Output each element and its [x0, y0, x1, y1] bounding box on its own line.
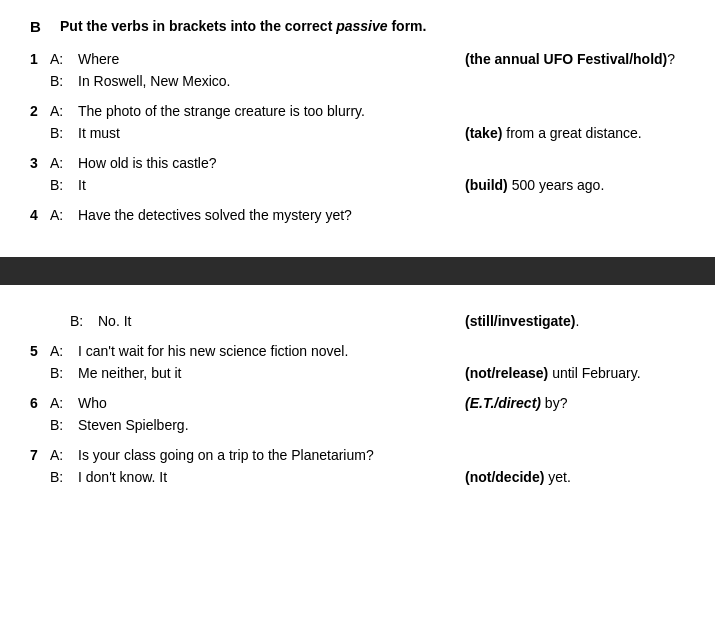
item-num-3: 3: [30, 155, 50, 171]
item-num-5: 5: [30, 343, 50, 359]
qa-right-5b: (not/release) until February.: [465, 365, 685, 381]
qa-row-5b: B: Me neither, but it (not/release) unti…: [30, 365, 685, 385]
qa-row-4a: 4 A: Have the detectives solved the myst…: [30, 207, 685, 227]
qa-text-2a: The photo of the strange creature is too…: [78, 103, 455, 119]
qa-row-2a: 2 A: The photo of the strange creature i…: [30, 103, 685, 123]
speaker-2b: B:: [50, 125, 78, 141]
instruction-keyword: passive: [336, 18, 387, 34]
speaker-2a: A:: [50, 103, 78, 119]
qa-text-1b: In Roswell, New Mexico.: [78, 73, 455, 89]
item-num-1: 1: [30, 51, 50, 67]
section-instruction: Put the verbs in brackets into the corre…: [60, 18, 426, 34]
qa-right-4b: (still/investigate).: [465, 313, 685, 329]
qa-text-7b: I don't know. It: [78, 469, 455, 485]
qa-block-4: 4 A: Have the detectives solved the myst…: [30, 207, 685, 227]
speaker-7a: A:: [50, 447, 78, 463]
qa-text-5b: Me neither, but it: [78, 365, 455, 381]
page-wrapper: B Put the verbs in brackets into the cor…: [0, 0, 715, 628]
speaker-7b: B:: [50, 469, 78, 485]
qa-text-5a: I can't wait for his new science fiction…: [78, 343, 455, 359]
bold-paren-5b: (not/release): [465, 365, 548, 381]
qa-row-3a: 3 A: How old is this castle?: [30, 155, 685, 175]
qa-text-4b: No. It: [98, 313, 455, 329]
italic-bold-6a: (E.T./direct): [465, 395, 541, 411]
section-header: B Put the verbs in brackets into the cor…: [30, 18, 685, 35]
item-num-2: 2: [30, 103, 50, 119]
divider-bar: [0, 257, 715, 285]
qa-row-6b: B: Steven Spielberg.: [30, 417, 685, 437]
qa-right-1a: (the annual UFO Festival/hold)?: [465, 51, 685, 67]
qa-row-7b: B: I don't know. It (not/decide) yet.: [30, 469, 685, 489]
speaker-3a: A:: [50, 155, 78, 171]
speaker-3b: B:: [50, 177, 78, 193]
qa-right-3b: (build) 500 years ago.: [465, 177, 685, 193]
qa-row-5a: 5 A: I can't wait for his new science fi…: [30, 343, 685, 363]
qa-right-2b: (take) from a great distance.: [465, 125, 685, 141]
qa-block-5: 5 A: I can't wait for his new science fi…: [30, 343, 685, 385]
speaker-4b: B:: [70, 313, 98, 329]
speaker-1a: A:: [50, 51, 78, 67]
bold-paren-4b: (still/investigate): [465, 313, 575, 329]
qa-block-4b: B: No. It (still/investigate).: [30, 313, 685, 333]
item-num-7: 7: [30, 447, 50, 463]
speaker-1b: B:: [50, 73, 78, 89]
instruction-suffix: form.: [388, 18, 427, 34]
qa-text-3b: It: [78, 177, 455, 193]
qa-text-6a: Who: [78, 395, 455, 411]
bold-paren-3b: (build): [465, 177, 508, 193]
qa-text-7a: Is your class going on a trip to the Pla…: [78, 447, 455, 463]
qa-right-6a: (E.T./direct) by?: [465, 395, 685, 411]
speaker-4a: A:: [50, 207, 78, 223]
qa-row-6a: 6 A: Who (E.T./direct) by?: [30, 395, 685, 415]
item-num-6: 6: [30, 395, 50, 411]
qa-row-7a: 7 A: Is your class going on a trip to th…: [30, 447, 685, 467]
qa-row-4b: B: No. It (still/investigate).: [30, 313, 685, 333]
qa-row-1b: B: In Roswell, New Mexico.: [30, 73, 685, 93]
qa-block-1: 1 A: Where (the annual UFO Festival/hold…: [30, 51, 685, 93]
qa-text-2b: It must: [78, 125, 455, 141]
item-num-4: 4: [30, 207, 50, 223]
bold-paren-2b: (take): [465, 125, 502, 141]
speaker-5a: A:: [50, 343, 78, 359]
top-section: B Put the verbs in brackets into the cor…: [0, 0, 715, 257]
bold-paren-7b: (not/decide): [465, 469, 544, 485]
bottom-section: B: No. It (still/investigate). 5 A: I ca…: [0, 285, 715, 628]
speaker-6a: A:: [50, 395, 78, 411]
qa-row-2b: B: It must (take) from a great distance.: [30, 125, 685, 145]
qa-block-2: 2 A: The photo of the strange creature i…: [30, 103, 685, 145]
bold-paren-1a: (the annual UFO Festival/hold): [465, 51, 667, 67]
qa-block-7: 7 A: Is your class going on a trip to th…: [30, 447, 685, 489]
qa-right-7b: (not/decide) yet.: [465, 469, 685, 485]
qa-text-6b: Steven Spielberg.: [78, 417, 455, 433]
section-letter: B: [30, 18, 46, 35]
qa-row-3b: B: It (build) 500 years ago.: [30, 177, 685, 197]
qa-row-1a: 1 A: Where (the annual UFO Festival/hold…: [30, 51, 685, 71]
speaker-5b: B:: [50, 365, 78, 381]
instruction-prefix: Put the verbs in brackets into the corre…: [60, 18, 336, 34]
qa-text-4a: Have the detectives solved the mystery y…: [78, 207, 455, 223]
qa-block-6: 6 A: Who (E.T./direct) by? B: Steven Spi…: [30, 395, 685, 437]
speaker-6b: B:: [50, 417, 78, 433]
qa-text-1a: Where: [78, 51, 455, 67]
qa-text-3a: How old is this castle?: [78, 155, 455, 171]
qa-block-3: 3 A: How old is this castle? B: It (buil…: [30, 155, 685, 197]
